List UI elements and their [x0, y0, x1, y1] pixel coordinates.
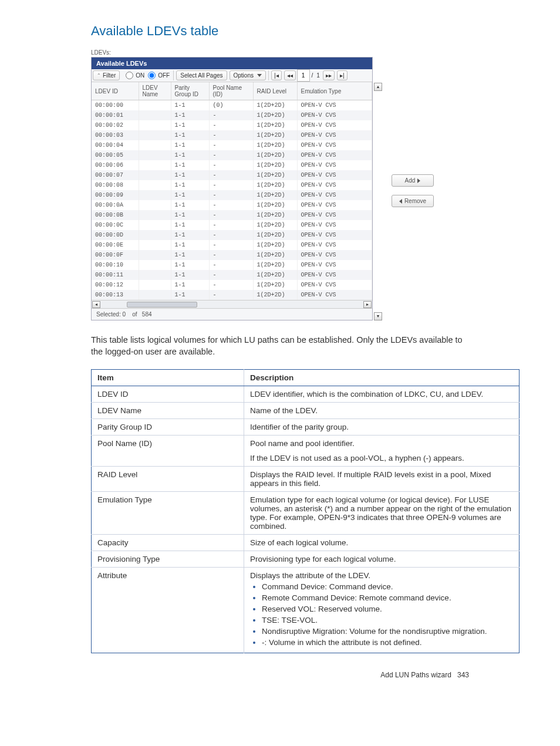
- cell-pg: 1-1: [171, 200, 209, 210]
- col-ldev-name[interactable]: LDEV Name: [139, 82, 171, 100]
- cell-emu: OPEN-V CVS: [297, 230, 372, 240]
- filter-off-radio[interactable]: [148, 72, 156, 79]
- cell-id: 00:00:08: [92, 180, 139, 190]
- table-row[interactable]: 00:00:0E1-1-1(2D+2D)OPEN-V CVS: [92, 240, 372, 250]
- cell-raid: 1(2D+2D): [253, 270, 297, 280]
- table-row[interactable]: 00:00:121-1-1(2D+2D)OPEN-V CVS: [92, 280, 372, 290]
- col-pool-name[interactable]: Pool Name (ID): [209, 82, 253, 100]
- cell-pool: -: [209, 180, 253, 190]
- col-ldev-id[interactable]: LDEV ID: [92, 82, 139, 100]
- cell-pool: -: [209, 120, 253, 130]
- cell-id: 00:00:03: [92, 130, 139, 140]
- cell-id: 00:00:02: [92, 120, 139, 130]
- table-row[interactable]: 00:00:131-1-1(2D+2D)OPEN-V CVS: [92, 290, 372, 300]
- cell-name: [139, 250, 171, 260]
- cell-pg: 1-1: [171, 250, 209, 260]
- cell-emu: OPEN-V CVS: [297, 270, 372, 280]
- select-all-pages-button[interactable]: Select All Pages: [176, 70, 227, 80]
- pager-total: 1: [315, 69, 322, 82]
- table-row[interactable]: 00:00:071-1-1(2D+2D)OPEN-V CVS: [92, 170, 372, 180]
- off-label: OFF: [158, 72, 170, 79]
- vscroll-up-icon[interactable]: ▴: [374, 83, 382, 91]
- cell-pool: -: [209, 280, 253, 290]
- table-row[interactable]: 00:00:0A1-1-1(2D+2D)OPEN-V CVS: [92, 200, 372, 210]
- cell-pg: 1-1: [171, 180, 209, 190]
- pager-prev-button[interactable]: ◂◂: [284, 70, 296, 80]
- table-row[interactable]: 00:00:081-1-1(2D+2D)OPEN-V CVS: [92, 180, 372, 190]
- cell-pool: -: [209, 200, 253, 210]
- table-row[interactable]: 00:00:0D1-1-1(2D+2D)OPEN-V CVS: [92, 230, 372, 240]
- cell-id: 00:00:10: [92, 260, 139, 270]
- add-button[interactable]: Add: [392, 174, 434, 187]
- col-parity-group[interactable]: Parity Group ID: [171, 82, 209, 100]
- desc-description: LDEV identifier, which is the combinatio…: [244, 386, 519, 403]
- cell-name: [139, 230, 171, 240]
- cell-pg: 1-1: [171, 130, 209, 140]
- table-row[interactable]: 00:00:0B1-1-1(2D+2D)OPEN-V CVS: [92, 210, 372, 220]
- cell-pg: 1-1: [171, 280, 209, 290]
- filter-on-radio[interactable]: [126, 72, 133, 79]
- cell-raid: 1(2D+2D): [253, 150, 297, 160]
- cell-raid: 1(2D+2D): [253, 120, 297, 130]
- cell-id: 00:00:11: [92, 270, 139, 280]
- table-row[interactable]: 00:00:051-1-1(2D+2D)OPEN-V CVS: [92, 150, 372, 160]
- pager-last-button[interactable]: ▸|: [337, 70, 348, 80]
- cell-pool: -: [209, 250, 253, 260]
- cell-pg: 1-1: [171, 290, 209, 300]
- remove-button[interactable]: Remove: [392, 195, 434, 207]
- cell-name: [139, 120, 171, 130]
- cell-id: 00:00:09: [92, 190, 139, 200]
- total-count: 584: [142, 311, 152, 318]
- table-row[interactable]: 00:00:011-1-1(2D+2D)OPEN-V CVS: [92, 110, 372, 120]
- vscroll-down-icon[interactable]: ▾: [374, 312, 382, 320]
- cell-name: [139, 240, 171, 250]
- on-label: ON: [136, 72, 144, 79]
- desc-row: Parity Group IDIdentifier of the parity …: [92, 419, 519, 436]
- desc-row: Emulation TypeEmulation type for each lo…: [92, 492, 519, 535]
- hscroll-left-icon[interactable]: ◂: [92, 301, 100, 308]
- table-row[interactable]: 00:00:091-1-1(2D+2D)OPEN-V CVS: [92, 190, 372, 200]
- desc-item: Attribute: [92, 568, 244, 653]
- table-row[interactable]: 00:00:101-1-1(2D+2D)OPEN-V CVS: [92, 260, 372, 270]
- col-raid-level[interactable]: RAID Level: [253, 82, 297, 100]
- desc-description: Emulation type for each logical volume (…: [244, 492, 519, 535]
- hscroll[interactable]: ◂ ▸: [92, 300, 372, 308]
- pager-first-button[interactable]: |◂: [271, 70, 282, 80]
- cell-pg: 1-1: [171, 230, 209, 240]
- table-row[interactable]: 00:00:111-1-1(2D+2D)OPEN-V CVS: [92, 270, 372, 280]
- cell-raid: 1(2D+2D): [253, 230, 297, 240]
- cell-emu: OPEN-V CVS: [297, 180, 372, 190]
- hscroll-thumb[interactable]: [127, 302, 197, 308]
- desc-header-item: Item: [92, 370, 244, 386]
- pager-next-button[interactable]: ▸▸: [323, 70, 335, 80]
- filter-button[interactable]: ⌃ Filter: [93, 70, 120, 80]
- options-button[interactable]: Options: [230, 70, 266, 80]
- vscroll[interactable]: ▴ ▾: [374, 83, 382, 320]
- desc-item: LDEV ID: [92, 386, 244, 403]
- arrow-right-icon: [417, 178, 420, 183]
- desc-row: Pool Name (ID)Pool name and pool identif…: [92, 436, 519, 467]
- cell-id: 00:00:0C: [92, 220, 139, 230]
- cell-name: [139, 210, 171, 220]
- cell-pool: -: [209, 260, 253, 270]
- col-emulation-type[interactable]: Emulation Type: [297, 82, 372, 100]
- cell-name: [139, 200, 171, 210]
- cell-id: 00:00:0B: [92, 210, 139, 220]
- table-row[interactable]: 00:00:0F1-1-1(2D+2D)OPEN-V CVS: [92, 250, 372, 260]
- table-row[interactable]: 00:00:031-1-1(2D+2D)OPEN-V CVS: [92, 130, 372, 140]
- desc-description: Identifier of the parity group.: [244, 419, 519, 436]
- table-row[interactable]: 00:00:021-1-1(2D+2D)OPEN-V CVS: [92, 120, 372, 130]
- table-row[interactable]: 00:00:001-1(0)1(2D+2D)OPEN-V CVS: [92, 100, 372, 111]
- cell-emu: OPEN-V CVS: [297, 110, 372, 120]
- table-row[interactable]: 00:00:061-1-1(2D+2D)OPEN-V CVS: [92, 160, 372, 170]
- table-row[interactable]: 00:00:041-1-1(2D+2D)OPEN-V CVS: [92, 140, 372, 150]
- ldevs-label: LDEVs:: [91, 49, 469, 56]
- desc-row: RAID LevelDisplays the RAID level. If mu…: [92, 467, 519, 492]
- hscroll-right-icon[interactable]: ▸: [363, 301, 372, 308]
- footer-page: 343: [457, 671, 469, 679]
- cell-pool: (0): [209, 100, 253, 111]
- table-row[interactable]: 00:00:0C1-1-1(2D+2D)OPEN-V CVS: [92, 220, 372, 230]
- ldevs-table: LDEV ID LDEV Name Parity Group ID Pool N…: [92, 82, 372, 300]
- desc-description: Size of each logical volume.: [244, 535, 519, 551]
- pager-current-input[interactable]: [297, 69, 310, 82]
